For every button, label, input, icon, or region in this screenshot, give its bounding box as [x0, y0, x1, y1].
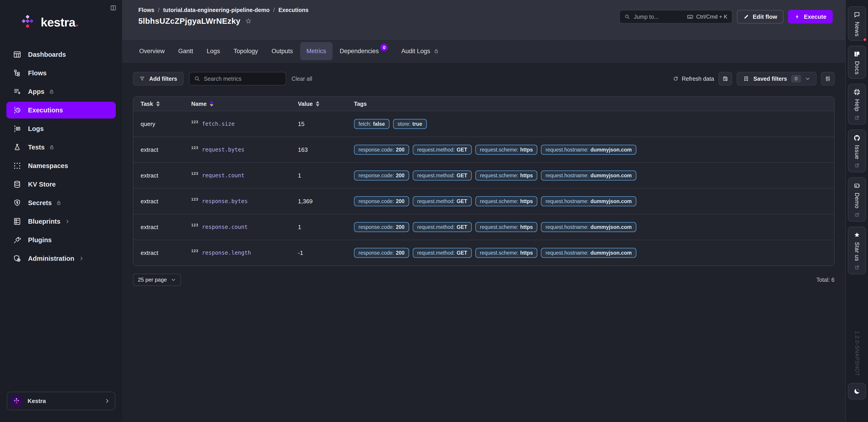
tab-overview[interactable]: Overview — [133, 42, 171, 60]
save-view-button[interactable] — [719, 72, 732, 86]
sidebar-item-apps[interactable]: Apps — [6, 83, 116, 100]
news-button[interactable]: News — [848, 6, 866, 41]
breadcrumb-separator: / — [273, 7, 275, 13]
sidebar-item-dashboards[interactable]: Dashboards — [6, 46, 116, 63]
sidebar-item-administration[interactable]: Administration — [6, 250, 116, 267]
star-us-button[interactable]: Star us — [848, 227, 866, 274]
tag-chip[interactable]: request.hostname:dummyjson.com — [541, 171, 636, 180]
tag-chip[interactable]: request.hostname:dummyjson.com — [541, 248, 636, 258]
dots-square-icon — [13, 161, 22, 170]
sidebar-item-namespaces[interactable]: Namespaces — [6, 157, 116, 174]
tenant-selector[interactable]: Kestra — [7, 392, 115, 410]
breadcrumb-flow-id[interactable]: tutorial.data-engineering-pipeline-demo — [163, 7, 270, 13]
search-metrics-input[interactable] — [204, 76, 281, 82]
funnel-icon — [139, 76, 145, 82]
sidebar-item-executions[interactable]: Executions — [6, 102, 116, 119]
value-cell: 15 — [298, 121, 354, 127]
sidebar-item-logs[interactable]: Logs — [6, 120, 116, 137]
column-header-name[interactable]: Name — [191, 101, 298, 107]
tag-chip[interactable]: response.code:200 — [354, 196, 409, 206]
execute-button[interactable]: Execute — [788, 10, 833, 24]
refresh-icon — [673, 76, 679, 82]
tenant-name: Kestra — [28, 398, 99, 404]
jump-to-label: Jump to... — [634, 13, 683, 20]
tag-chip[interactable]: response.code:200 — [354, 222, 409, 232]
tag-chip[interactable]: request.scheme:https — [475, 171, 537, 180]
database-icon — [13, 180, 22, 189]
logo-text: kestra — [41, 16, 75, 29]
sidebar-item-plugins[interactable]: Plugins — [6, 232, 116, 248]
numeric-metric-icon: 123 — [191, 223, 198, 228]
metric-name: request.count — [202, 172, 244, 179]
numeric-metric-icon: 123 — [191, 172, 198, 176]
tag-chip[interactable]: response.code:200 — [354, 248, 409, 258]
lock-icon — [49, 89, 55, 94]
tag-chip[interactable]: request.method:GET — [413, 222, 472, 232]
lock-icon — [56, 200, 62, 206]
total-count: Total: 6 — [816, 277, 835, 283]
column-header-task[interactable]: Task — [141, 101, 191, 107]
tab-gantt[interactable]: Gantt — [172, 42, 199, 60]
help-button[interactable]: Help — [848, 84, 866, 125]
tag-chip[interactable]: request.hostname:dummyjson.com — [541, 222, 636, 232]
tag-chip[interactable]: store:true — [393, 119, 427, 129]
edit-flow-button[interactable]: Edit flow — [737, 10, 783, 24]
tab-logs[interactable]: Logs — [200, 42, 226, 60]
right-rail: News Docs Help Issue Demo — [845, 0, 868, 422]
value-cell: -1 — [298, 249, 354, 257]
tab-dependencies[interactable]: Dependencies0 — [333, 42, 394, 60]
tag-chip[interactable]: response.code:200 — [354, 145, 409, 155]
docs-button[interactable]: Docs — [848, 46, 866, 79]
page-size-select[interactable]: 25 per page — [133, 274, 181, 286]
tag-chip[interactable]: request.method:GET — [413, 171, 472, 180]
tab-outputs[interactable]: Outputs — [265, 42, 299, 60]
tag-chip[interactable]: request.scheme:https — [475, 196, 537, 206]
column-header-tags: Tags — [354, 101, 834, 107]
tag-chip[interactable]: request.scheme:https — [475, 145, 537, 155]
tag-chip[interactable]: response.code:200 — [354, 171, 409, 180]
lock-icon — [433, 48, 439, 54]
search-metrics-box — [189, 72, 286, 86]
refresh-data-button[interactable]: Refresh data — [673, 76, 714, 82]
saved-filters-button[interactable]: Saved filters 0 — [737, 72, 816, 86]
clear-all-link[interactable]: Clear all — [291, 76, 312, 82]
numeric-metric-icon: 123 — [191, 120, 198, 124]
favorite-star-icon[interactable] — [245, 18, 252, 24]
execution-tabs: Overview Gantt Logs Topology Outputs Met… — [122, 39, 845, 63]
demo-screen-icon — [854, 182, 860, 189]
tag-chip[interactable]: request.hostname:dummyjson.com — [541, 196, 636, 206]
breadcrumb-flows[interactable]: Flows — [138, 7, 154, 13]
tab-audit-logs[interactable]: Audit Logs — [395, 42, 445, 60]
timeline-clock-icon — [13, 106, 22, 115]
sidebar-item-flows[interactable]: Flows — [6, 65, 116, 82]
column-header-value[interactable]: Value — [298, 101, 354, 107]
sidebar-item-secrets[interactable]: Secrets — [6, 194, 116, 211]
issue-button[interactable]: Issue — [848, 129, 866, 173]
sidebar-item-tests[interactable]: Tests — [6, 139, 116, 156]
collapse-sidebar-icon[interactable] — [110, 4, 117, 11]
tag-chip[interactable]: request.hostname:dummyjson.com — [541, 145, 636, 155]
demo-button[interactable]: Demo — [848, 177, 866, 222]
jump-to-search[interactable]: Jump to... Ctrl/Cmd + K — [619, 10, 733, 24]
tag-chip[interactable]: request.scheme:https — [475, 248, 537, 258]
add-filters-button[interactable]: Add filters — [133, 72, 184, 86]
breadcrumb-executions[interactable]: Executions — [278, 7, 309, 13]
tag-chip[interactable]: fetch:false — [354, 119, 390, 129]
tab-topology[interactable]: Topology — [227, 42, 264, 60]
tag-chip[interactable]: request.method:GET — [413, 145, 472, 155]
sidebar-item-kv-store[interactable]: KV Store — [6, 176, 116, 193]
message-icon — [854, 11, 860, 18]
tab-metrics[interactable]: Metrics — [300, 42, 333, 60]
tag-chip[interactable]: request.method:GET — [413, 248, 472, 258]
tag-chip[interactable]: request.scheme:https — [475, 222, 537, 232]
table-row: extract 123response.count 1 response.cod… — [133, 214, 834, 240]
theme-toggle-button[interactable] — [848, 383, 866, 399]
sidebar-item-blueprints[interactable]: Blueprints — [6, 213, 116, 230]
sidebar: kestra. Dashboards Flows Apps Executions — [0, 0, 122, 422]
power-plug-icon — [13, 236, 22, 244]
display-options-button[interactable] — [821, 72, 835, 86]
table-row: extract 123request.bytes 163 response.co… — [133, 137, 834, 162]
sort-icon — [156, 101, 160, 107]
tag-chip[interactable]: request.method:GET — [413, 196, 472, 206]
breadcrumb: Flows / tutorial.data-engineering-pipeli… — [138, 7, 309, 13]
